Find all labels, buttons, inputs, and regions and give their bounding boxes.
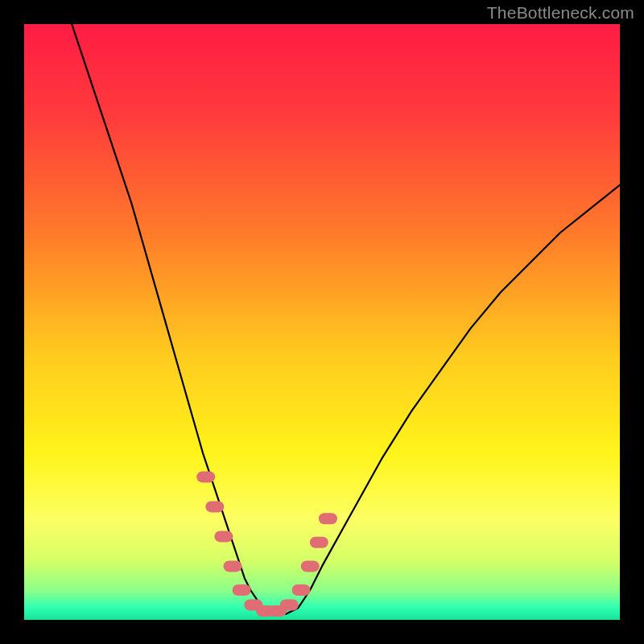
plot-area — [24, 24, 620, 620]
chart-frame: TheBottleneck.com — [0, 0, 644, 644]
gradient-background — [24, 24, 620, 620]
attribution-label: TheBottleneck.com — [487, 3, 634, 23]
svg-rect-0 — [24, 24, 620, 620]
